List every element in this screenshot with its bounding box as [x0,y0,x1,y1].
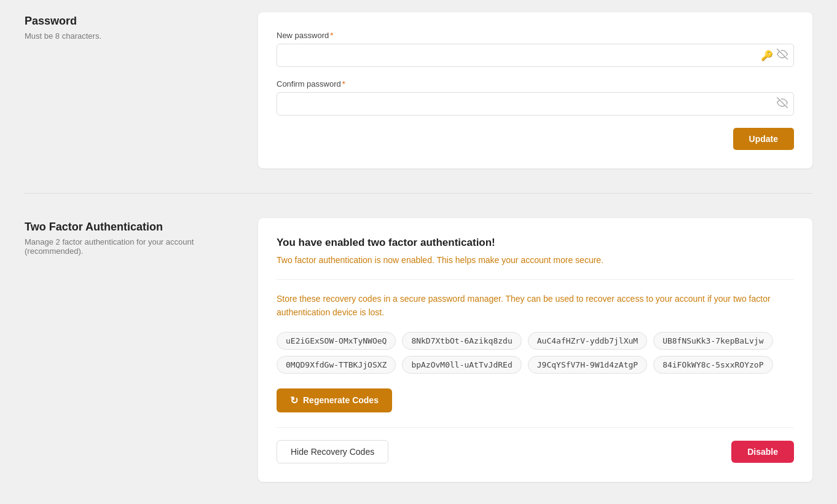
eye-off-icon[interactable] [777,49,788,62]
recovery-code-item: 84iFOkWY8c-5sxxROYzoP [653,356,772,374]
required-star-new: * [330,31,333,40]
new-password-label: New password* [277,31,794,40]
confirm-password-label: Confirm password* [277,79,794,89]
eye-off-icon-2[interactable] [777,97,788,111]
password-section-title: Password [25,15,234,28]
recovery-code-item: bpAzOvM0ll-uAtTvJdREd [402,356,521,374]
recovery-code-item: 8NkD7XtbOt-6Azikq8zdu [402,332,521,350]
tfa-divider-2 [277,427,794,428]
recovery-code-item: UB8fNSuKk3-7kepBaLvjw [653,332,772,350]
new-password-input[interactable] [277,44,794,67]
required-star-confirm: * [342,79,345,89]
recovery-code-item: AuC4afHZrV-yddb7jlXuM [528,332,647,350]
confirm-password-input[interactable] [277,92,794,116]
recovery-code-item: 0MQD9XfdGw-TTBKJjOSXZ [277,356,396,374]
hide-recovery-codes-button[interactable]: Hide Recovery Codes [277,440,388,463]
tfa-section-subtitle: Manage 2 factor authentication for your … [25,237,234,256]
tfa-success-title: You have enabled two factor authenticati… [277,237,794,249]
tfa-section-title: Two Factor Authentication [25,221,234,234]
recovery-code-item: J9CqYSfV7H-9W1d4zAtgP [528,356,647,374]
refresh-icon: ↻ [290,395,298,406]
key-icon: 🔑 [761,50,773,61]
disable-tfa-button[interactable]: Disable [731,441,794,463]
password-section-subtitle: Must be 8 characters. [25,31,234,41]
regenerate-codes-button[interactable]: ↻ Regenerate Codes [277,388,392,412]
tfa-divider-1 [277,279,794,280]
tfa-store-text: Store these recovery codes in a secure p… [277,292,794,320]
recovery-codes-list: uE2iGExSOW-OMxTyNWOeQ8NkD7XtbOt-6Azikq8z… [277,332,794,374]
tfa-success-text: Two factor authentication is now enabled… [277,254,794,267]
recovery-code-item: uE2iGExSOW-OMxTyNWOeQ [277,332,396,350]
update-button[interactable]: Update [733,128,794,150]
